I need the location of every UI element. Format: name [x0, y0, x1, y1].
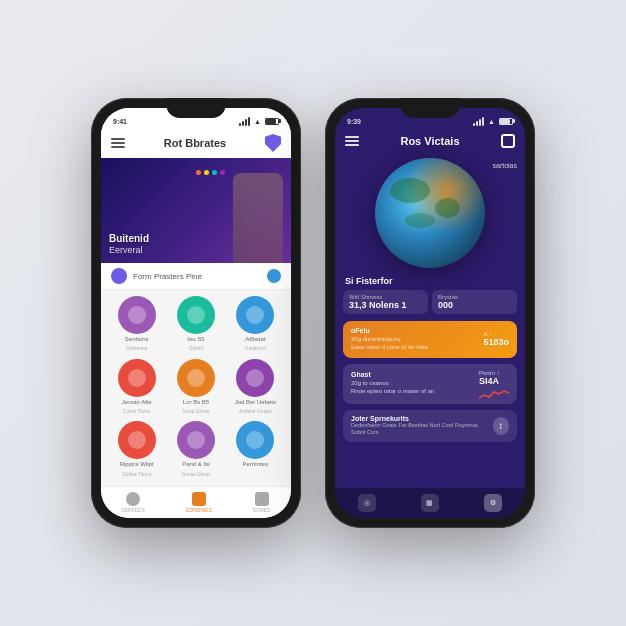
- p2-bottom-title: Joter Sprnekurits: [351, 415, 493, 422]
- p1-nav-item-serfees[interactable]: SERFEES: [121, 492, 144, 513]
- p2-card-dark-desc: Rnoe epteo rotar o maser of an: [351, 388, 434, 396]
- p1-item-sub: Cubol Tiams: [123, 408, 151, 414]
- p2-signal: [473, 117, 484, 126]
- p1-shield-icon[interactable]: [265, 134, 281, 152]
- p2-card-orange[interactable]: oFelu 20g duranthidpuny Ease neret d cor…: [343, 321, 517, 358]
- p1-item-icon: [118, 421, 156, 459]
- p2-menu-icon[interactable]: [345, 136, 359, 146]
- list-item[interactable]: A6bstat Ginalnms: [228, 296, 283, 355]
- p1-grid: Senhons Onlemine Iou S5 Oloilrn A6bstat …: [101, 290, 291, 486]
- p1-nav-icon-consines: [192, 492, 206, 506]
- p2-nav-item-gnanes[interactable]: ▦: [421, 494, 439, 512]
- p1-item-sub: Ginalnms: [245, 345, 266, 351]
- p2-wifi: ▲: [488, 118, 495, 125]
- p1-banner: Buitenid Eerveral: [101, 158, 291, 263]
- p1-item-icon: [118, 359, 156, 397]
- p1-title: Rot Bbrates: [164, 137, 226, 149]
- p1-nav-icon-serfees: [126, 492, 140, 506]
- p1-banner-line1: Buitenid: [109, 233, 149, 245]
- p1-item-sub: Oloilrn: [189, 345, 203, 351]
- p1-banner-figure: [233, 173, 283, 263]
- p2-nav-icon-canb: ◎: [364, 499, 370, 507]
- p1-nav-label-sored: SORED: [253, 507, 271, 513]
- p2-card-orange-sub: 20g duranthidpuny: [351, 336, 428, 344]
- list-item[interactable]: Jod Ber Uebets Aniteiol Grupin: [228, 359, 283, 418]
- p1-header: Rot Bbrates: [101, 130, 291, 158]
- notch-2: [400, 98, 460, 118]
- p2-time: 9:39: [347, 118, 361, 125]
- list-item[interactable]: Senhons Onlemine: [109, 296, 164, 355]
- p1-item-icon: [177, 421, 215, 459]
- phone1-screen: 9:41 ▲ Rot: [101, 108, 291, 518]
- p2-nav-item-gearnes[interactable]: ⚙: [484, 494, 502, 512]
- p2-stat-box-1: Witl Shmess 31,3 Nolens 1: [343, 290, 428, 314]
- list-item[interactable]: Jersan Afie Cubol Tiams: [109, 359, 164, 418]
- p1-item-label: A6bstat: [245, 336, 265, 343]
- p1-bottom-nav: SERFEES CONSINES SORED: [101, 486, 291, 518]
- p1-promo-bar: Form Prasters Pine: [101, 263, 291, 290]
- list-item[interactable]: Rippira Wilpt Golbat Tiimrs: [109, 421, 164, 480]
- p2-bottom-nav: ◎ ▦ ⚙: [335, 488, 525, 518]
- p1-item-icon: [118, 296, 156, 334]
- p2-header: Ros Victais: [335, 130, 525, 154]
- p2-subtitle: Si Fisterfor: [335, 274, 525, 290]
- p2-card-orange-desc: Ease neret d corie of de lotte: [351, 344, 428, 352]
- p1-menu-icon[interactable]: [111, 138, 125, 148]
- p1-banner-line2: Eerveral: [109, 245, 149, 255]
- p1-item-label: Perrimtes: [242, 461, 268, 468]
- p1-item-label: Lor Bs B5: [183, 399, 209, 406]
- list-item[interactable]: Perrimtes: [228, 421, 283, 480]
- p1-time: 9:41: [113, 118, 127, 125]
- p1-battery: [265, 118, 279, 125]
- p1-item-icon: [177, 296, 215, 334]
- p2-bottom-section: Joter Sprnekurits Dedenfakon Gnats Far B…: [343, 410, 517, 442]
- p1-nav-item-sored[interactable]: SORED: [253, 492, 271, 513]
- p2-card-dark-title: Ghast: [351, 371, 434, 378]
- p1-item-label: Pand & Ile: [182, 461, 210, 468]
- p1-item-sub: Sunat Grinar: [182, 471, 210, 477]
- p2-card-dark[interactable]: Ghast 20g to osanos Rnoe epteo rotar o m…: [343, 364, 517, 404]
- p1-wifi: ▲: [254, 118, 261, 125]
- p2-nav-icon-gnanes: ▦: [426, 499, 433, 507]
- p1-item-label: Rippira Wilpt: [120, 461, 154, 468]
- p2-stat-value-2: 000: [438, 300, 511, 310]
- p2-card-orange-title: oFelu: [351, 327, 428, 334]
- p1-nav-label-consines: CONSINES: [186, 507, 212, 513]
- p2-stat-box-2: Brystas 000: [432, 290, 517, 314]
- list-item[interactable]: Pand & Ile Sunat Grinar: [168, 421, 223, 480]
- p2-stat-value-1: 31,3 Nolens 1: [349, 300, 422, 310]
- p2-nav-item-canb[interactable]: ◎: [358, 494, 376, 512]
- p2-square-icon[interactable]: [501, 134, 515, 148]
- p1-item-sub: Surat Grinar: [182, 408, 209, 414]
- p1-item-icon: [236, 359, 274, 397]
- p1-promo-avatar: [267, 269, 281, 283]
- p2-nav-icon-gearnes: ⚙: [490, 499, 496, 507]
- phones-container: 9:41 ▲ Rot: [91, 98, 535, 528]
- p2-globe: [375, 158, 485, 268]
- list-item[interactable]: Lor Bs B5 Surat Grinar: [168, 359, 223, 418]
- p1-banner-dots: [196, 170, 225, 175]
- p1-item-sub: Golbat Tiimrs: [122, 471, 151, 477]
- p1-item-icon: [177, 359, 215, 397]
- p1-promo-icon: [111, 268, 127, 284]
- p2-title: Ros Victais: [400, 135, 459, 147]
- p1-item-label: Senhons: [125, 336, 149, 343]
- p1-item-label: Jod Ber Uebets: [235, 399, 276, 406]
- p1-item-label: Jersan Afie: [122, 399, 152, 406]
- p1-item-sub: Aniteiol Grupin: [239, 408, 272, 414]
- phone2-screen: 9:39 ▲: [335, 108, 525, 518]
- p1-nav-item-consines[interactable]: CONSINES: [186, 492, 212, 513]
- p1-item-icon: [236, 296, 274, 334]
- list-item[interactable]: Iou S5 Oloilrn: [168, 296, 223, 355]
- p2-bottom-icon[interactable]: ↕: [493, 417, 509, 435]
- p2-globe-land: [375, 158, 485, 268]
- phone-2: 9:39 ▲: [325, 98, 535, 528]
- p2-sparkline: [479, 386, 509, 398]
- p2-card-dark-sub: 20g to osanos: [351, 380, 434, 388]
- p1-item-icon: [236, 421, 274, 459]
- p2-globe-section: sartolas: [335, 154, 525, 274]
- p2-globe-label: sartolas: [492, 162, 517, 169]
- p2-bottom-desc: Dedenfakon Gnats Far Bsethas Nort Cord R…: [351, 422, 493, 437]
- p2-stats-row: Witl Shmess 31,3 Nolens 1 Brystas 000: [335, 290, 525, 318]
- p1-item-label: Iou S5: [187, 336, 204, 343]
